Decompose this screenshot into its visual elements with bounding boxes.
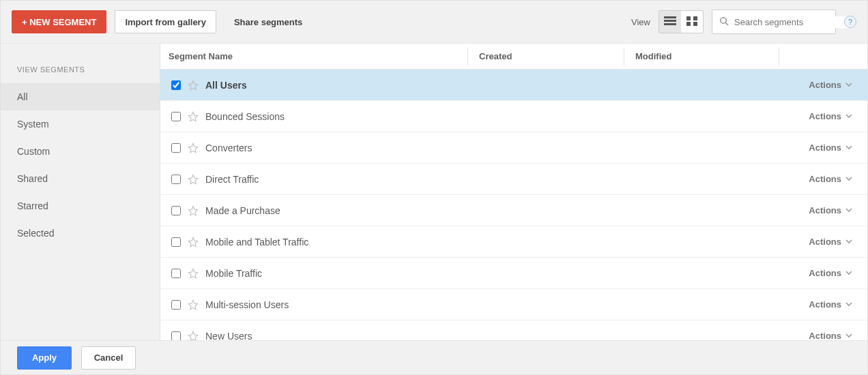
- svg-rect-5: [686, 22, 691, 26]
- toolbar-right: View ?: [631, 10, 856, 34]
- content: Segment Name Created Modified All UsersA…: [160, 44, 867, 340]
- actions-label: Actions: [809, 205, 841, 215]
- actions-dropdown[interactable]: Actions: [809, 331, 852, 340]
- sidebar-item-starred[interactable]: Starred: [1, 192, 160, 220]
- segment-name: Mobile Traffic: [205, 268, 262, 279]
- star-icon[interactable]: [188, 205, 199, 216]
- row-checkbox[interactable]: [171, 331, 181, 341]
- cancel-button[interactable]: Cancel: [81, 346, 136, 370]
- share-segments-button[interactable]: Share segments: [225, 10, 312, 33]
- footer: Apply Cancel: [1, 340, 867, 374]
- table-row[interactable]: Made a PurchaseActions: [160, 195, 867, 226]
- segment-name: Multi-session Users: [205, 299, 289, 310]
- actions-dropdown[interactable]: Actions: [809, 205, 852, 215]
- svg-rect-4: [693, 16, 697, 20]
- view-list-button[interactable]: [659, 11, 681, 33]
- row-checkbox[interactable]: [171, 237, 181, 247]
- segment-name: Direct Traffic: [205, 174, 259, 185]
- actions-label: Actions: [809, 111, 841, 121]
- segments-dialog: + NEW SEGMENT Import from gallery Share …: [0, 0, 868, 375]
- sidebar-list: AllSystemCustomSharedStarredSelected: [1, 83, 160, 247]
- svg-rect-0: [664, 16, 676, 18]
- star-icon[interactable]: [188, 237, 199, 247]
- actions-dropdown[interactable]: Actions: [809, 111, 852, 121]
- row-checkbox[interactable]: [171, 80, 181, 90]
- table-row[interactable]: Bounced SessionsActions: [160, 101, 867, 132]
- star-icon[interactable]: [188, 299, 199, 310]
- star-icon[interactable]: [188, 111, 199, 122]
- chevron-down-icon: [845, 205, 852, 215]
- col-name-header[interactable]: Segment Name: [160, 51, 467, 61]
- table-rows[interactable]: All UsersActionsBounced SessionsActionsC…: [160, 70, 867, 340]
- col-created-header[interactable]: Created: [479, 51, 624, 61]
- column-divider: [467, 48, 468, 65]
- sidebar: VIEW SEGMENTS AllSystemCustomSharedStarr…: [1, 44, 160, 340]
- table-row[interactable]: Direct TrafficActions: [160, 164, 867, 195]
- segment-name: All Users: [205, 80, 247, 91]
- actions-dropdown[interactable]: Actions: [809, 80, 852, 90]
- row-checkbox[interactable]: [171, 206, 181, 215]
- table-row[interactable]: Mobile and Tablet TrafficActions: [160, 226, 867, 258]
- chevron-down-icon: [845, 299, 852, 310]
- actions-dropdown[interactable]: Actions: [809, 142, 852, 153]
- col-modified-header[interactable]: Modified: [635, 51, 779, 61]
- svg-rect-3: [686, 16, 691, 20]
- row-checkbox[interactable]: [171, 269, 181, 278]
- row-checkbox[interactable]: [171, 175, 181, 184]
- star-icon[interactable]: [188, 268, 199, 279]
- actions-label: Actions: [809, 331, 841, 340]
- sidebar-item-shared[interactable]: Shared: [1, 165, 160, 192]
- star-icon[interactable]: [188, 80, 199, 91]
- help-button[interactable]: ?: [844, 16, 856, 28]
- actions-label: Actions: [809, 299, 841, 310]
- search-input[interactable]: [733, 16, 850, 28]
- table-row[interactable]: New UsersActions: [160, 320, 867, 340]
- actions-label: Actions: [809, 174, 841, 184]
- actions-dropdown[interactable]: Actions: [809, 268, 852, 278]
- svg-line-8: [725, 22, 728, 25]
- star-icon[interactable]: [188, 331, 199, 341]
- chevron-down-icon: [845, 142, 852, 153]
- toolbar: + NEW SEGMENT Import from gallery Share …: [1, 1, 867, 44]
- svg-rect-6: [693, 22, 697, 26]
- table-row[interactable]: ConvertersActions: [160, 132, 867, 164]
- chevron-down-icon: [845, 111, 852, 121]
- view-label: View: [631, 17, 650, 27]
- actions-dropdown[interactable]: Actions: [809, 174, 852, 184]
- search-icon: [719, 16, 729, 28]
- grid-icon: [686, 16, 697, 28]
- segment-name: New Users: [205, 331, 252, 341]
- view-grid-button[interactable]: [681, 11, 703, 33]
- segment-name: Mobile and Tablet Traffic: [205, 237, 308, 247]
- import-from-gallery-button[interactable]: Import from gallery: [115, 10, 216, 33]
- star-icon[interactable]: [188, 174, 199, 185]
- apply-button[interactable]: Apply: [17, 346, 72, 370]
- main: VIEW SEGMENTS AllSystemCustomSharedStarr…: [1, 44, 867, 340]
- segment-name: Bounced Sessions: [205, 111, 285, 122]
- sidebar-item-custom[interactable]: Custom: [1, 138, 160, 165]
- chevron-down-icon: [845, 331, 852, 340]
- list-icon: [664, 16, 676, 28]
- chevron-down-icon: [845, 237, 852, 247]
- sidebar-item-all[interactable]: All: [1, 83, 160, 110]
- search-field[interactable]: [712, 10, 836, 34]
- new-segment-button[interactable]: + NEW SEGMENT: [12, 10, 106, 33]
- table-row[interactable]: Mobile TrafficActions: [160, 258, 867, 289]
- star-icon[interactable]: [188, 142, 199, 153]
- actions-label: Actions: [809, 237, 841, 247]
- table-row[interactable]: All UsersActions: [160, 70, 867, 101]
- sidebar-item-selected[interactable]: Selected: [1, 220, 160, 247]
- toolbar-left: + NEW SEGMENT Import from gallery Share …: [12, 10, 312, 33]
- column-divider: [779, 48, 779, 65]
- row-checkbox[interactable]: [171, 300, 181, 310]
- actions-dropdown[interactable]: Actions: [809, 237, 852, 247]
- chevron-down-icon: [845, 268, 852, 278]
- actions-dropdown[interactable]: Actions: [809, 299, 852, 310]
- segment-name: Converters: [205, 142, 252, 153]
- row-checkbox[interactable]: [171, 112, 181, 121]
- sidebar-item-system[interactable]: System: [1, 110, 160, 138]
- column-divider: [624, 48, 624, 65]
- table-row[interactable]: Multi-session UsersActions: [160, 289, 867, 320]
- row-checkbox[interactable]: [171, 143, 181, 153]
- actions-label: Actions: [809, 80, 841, 90]
